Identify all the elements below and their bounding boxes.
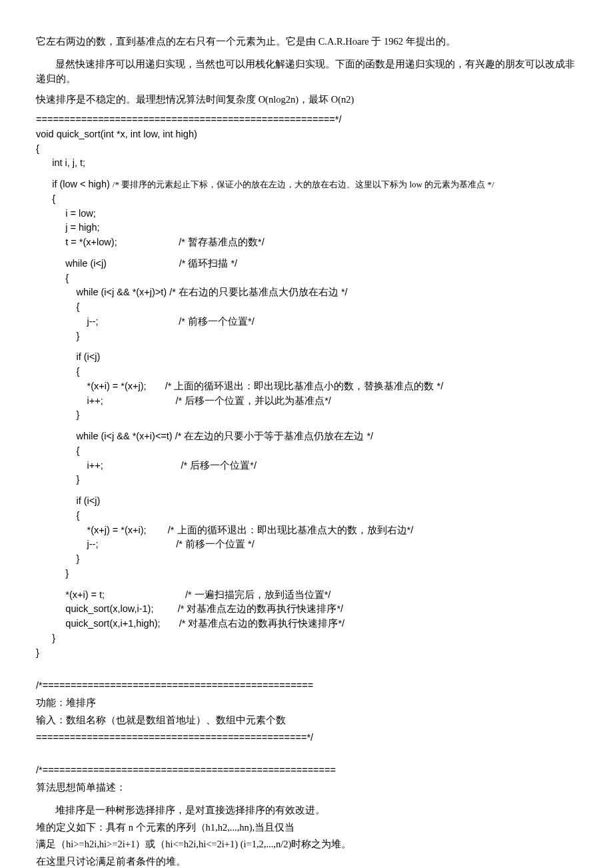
code-line: i++; /* 后移一个位置*/ xyxy=(36,459,577,473)
code-line: t = *(x+low); /* 暂存基准点的数*/ xyxy=(36,235,577,250)
code-line: quick_sort(x,i+1,high); /* 对基准点右边的数再执行快速… xyxy=(36,617,577,631)
code-line: while (i<j && *(x+i)<=t) /* 在左边的只要小于等于基准… xyxy=(36,429,577,444)
code-line: 功能：堆排序 xyxy=(36,696,577,711)
code-line: { xyxy=(36,300,577,315)
code-line: } xyxy=(36,408,577,423)
code-text: if (low < high) xyxy=(36,179,113,189)
code-block-quicksort: ========================================… xyxy=(36,113,577,660)
code-line: { xyxy=(36,444,577,459)
code-line: } xyxy=(36,631,577,646)
code-line: *(x+i) = *(x+j); /* 上面的循环退出：即出现比基准点小的数，替… xyxy=(36,379,577,394)
code-line: quick_sort(x,low,i-1); /* 对基准点左边的数再执行快速排… xyxy=(36,602,577,617)
code-line: j--; /* 前移一个位置*/ xyxy=(36,315,577,329)
code-line: ========================================… xyxy=(36,731,577,745)
code-line: if (i<j) xyxy=(36,350,577,365)
code-line: if (i<j) xyxy=(36,494,577,509)
paragraph-heap-2: 堆的定义如下：具有 n 个元素的序列（h1,h2,...,hn),当且仅当 xyxy=(36,821,577,835)
code-line: { xyxy=(36,271,577,286)
code-line: 输入：数组名称（也就是数组首地址）、数组中元素个数 xyxy=(36,713,577,728)
paragraph-heap-3: 满足（hi>=h2i,hi>=2i+1）或（hi<=h2i,hi<=2i+1) … xyxy=(36,837,577,852)
comment-block-heapsort-desc: /*======================================… xyxy=(36,763,577,795)
code-line: 算法思想简单描述： xyxy=(36,781,577,795)
code-line: while (i<j && *(x+j)>t) /* 在右边的只要比基准点大仍放… xyxy=(36,285,577,300)
code-line: *(x+j) = *(x+i); /* 上面的循环退出：即出现比基准点大的数，放… xyxy=(36,523,577,538)
code-comment: /* 要排序的元素起止下标，保证小的放在左边，大的放在右边。这里以下标为 low… xyxy=(113,179,494,189)
code-line: i++; /* 后移一个位置，并以此为基准点*/ xyxy=(36,394,577,409)
paragraph-heap-1: 堆排序是一种树形选择排序，是对直接选择排序的有效改进。 xyxy=(36,803,577,818)
code-line: } xyxy=(36,329,577,344)
code-line: } xyxy=(36,552,577,567)
code-line: /*======================================… xyxy=(36,679,577,693)
code-line: int i, j, t; xyxy=(36,156,577,171)
paragraph-intro-3: 快速排序是不稳定的。最理想情况算法时间复杂度 O(nlog2n)，最坏 O(n2… xyxy=(36,93,577,107)
code-line: i = low; xyxy=(36,207,577,221)
code-line: if (low < high) /* 要排序的元素起止下标，保证小的放在左边，大… xyxy=(36,177,577,192)
paragraph-intro-1: 它左右两边的数，直到基准点的左右只有一个元素为止。它是由 C.A.R.Hoare… xyxy=(36,35,577,49)
code-line: } xyxy=(36,567,577,581)
code-line: j = high; xyxy=(36,221,577,235)
code-line: { xyxy=(36,192,577,207)
code-line: { xyxy=(36,365,577,379)
code-line: while (i<j) /* 循环扫描 */ xyxy=(36,257,577,271)
code-line: void quick_sort(int *x, int low, int hig… xyxy=(36,127,577,142)
code-line: *(x+i) = t; /* 一遍扫描完后，放到适当位置*/ xyxy=(36,588,577,603)
code-line: } xyxy=(36,473,577,487)
code-line: { xyxy=(36,509,577,523)
code-line: ========================================… xyxy=(36,113,577,127)
code-line: j--; /* 前移一个位置 */ xyxy=(36,537,577,552)
code-line: /*======================================… xyxy=(36,763,577,778)
paragraph-intro-2: 显然快速排序可以用递归实现，当然也可以用栈化解递归实现。下面的函数是用递归实现的… xyxy=(36,57,577,87)
code-line: { xyxy=(36,142,577,157)
comment-block-heapsort-header: /*======================================… xyxy=(36,679,577,745)
code-line: } xyxy=(36,646,577,661)
paragraph-heap-4: 在这里只讨论满足前者条件的堆。 xyxy=(36,855,577,868)
